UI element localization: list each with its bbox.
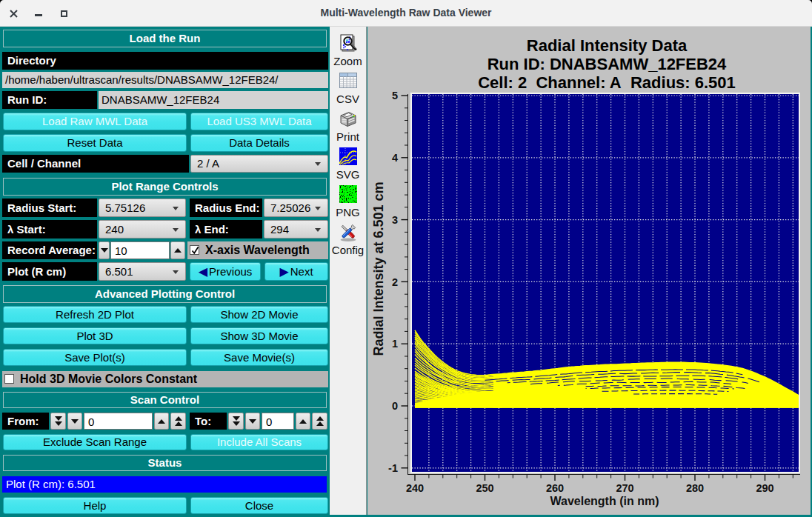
svg-text:0: 0 bbox=[392, 400, 398, 412]
svg-text:290: 290 bbox=[756, 482, 773, 494]
svg-text:3: 3 bbox=[392, 214, 398, 226]
svg-text:270: 270 bbox=[616, 482, 633, 494]
svg-text:2: 2 bbox=[392, 276, 398, 288]
svg-text:-1: -1 bbox=[388, 462, 398, 474]
svg-text:280: 280 bbox=[686, 482, 704, 494]
svg-text:4: 4 bbox=[392, 152, 398, 164]
svg-text:1: 1 bbox=[392, 338, 398, 350]
svg-text:250: 250 bbox=[476, 482, 493, 494]
svg-text:5: 5 bbox=[392, 90, 398, 101]
svg-text:240: 240 bbox=[406, 482, 424, 494]
svg-text:260: 260 bbox=[546, 482, 564, 494]
